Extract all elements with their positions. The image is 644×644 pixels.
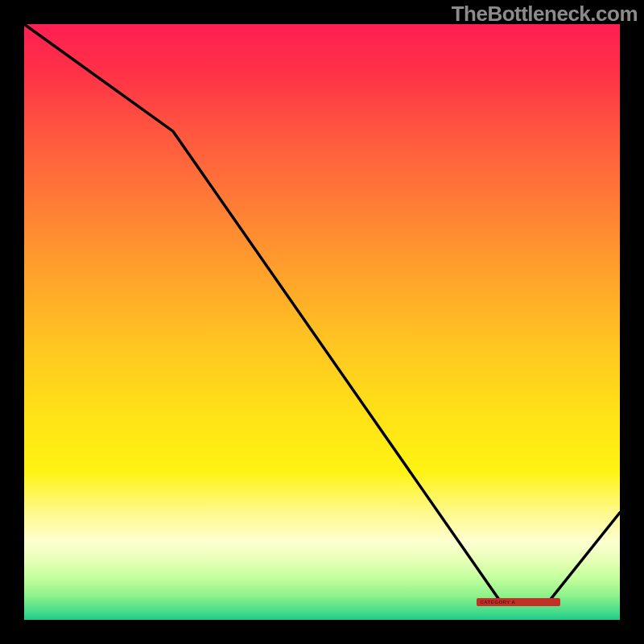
- chart-frame: TheBottleneck.com CATEGORY A: [0, 0, 644, 644]
- chart-curve: [24, 24, 620, 620]
- chart-plot-area: CATEGORY A: [24, 24, 620, 620]
- watermark-text: TheBottleneck.com: [452, 2, 638, 27]
- chart-marker-label: CATEGORY A: [480, 600, 515, 605]
